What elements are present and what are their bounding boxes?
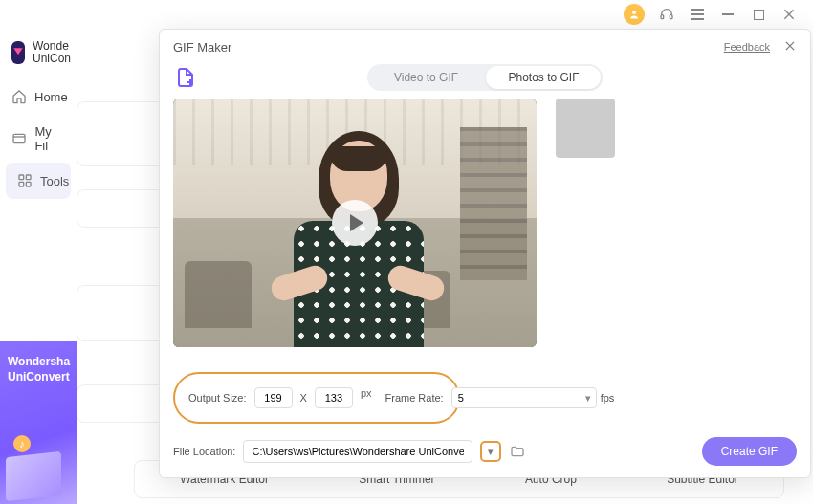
window-minimize-button[interactable]	[719, 6, 736, 23]
app-logo-row: WondeUniCon	[0, 34, 77, 78]
app-body: WondeUniCon Home My Fil Tools WondershaU…	[0, 29, 813, 504]
svg-rect-4	[19, 175, 24, 180]
svg-rect-1	[661, 15, 664, 19]
tools-icon	[17, 172, 33, 189]
svg-rect-2	[670, 15, 672, 19]
app-logo-icon	[11, 41, 25, 64]
svg-point-0	[632, 11, 636, 14]
tab-video-to-gif[interactable]: Video to GIF	[367, 64, 485, 91]
sidebar: WondeUniCon Home My Fil Tools WondershaU…	[0, 29, 77, 504]
output-width-input[interactable]	[254, 387, 293, 408]
tab-photos-to-gif[interactable]: Photos to GIF	[485, 64, 603, 91]
main-area: use video ke your out. D video for verte…	[77, 29, 813, 504]
window-close-button[interactable]	[780, 6, 798, 23]
file-location-input[interactable]	[243, 440, 472, 463]
modal-bottom-row: File Location: ▾ Create GIF	[160, 424, 810, 477]
modal-toolbar-row: Video to GIF Photos to GIF	[160, 64, 810, 99]
thumbnail-item[interactable]	[556, 99, 615, 158]
play-button[interactable]	[332, 200, 378, 246]
mode-segmented-control: Video to GIF Photos to GIF	[367, 64, 603, 91]
window-titlebar	[0, 0, 813, 29]
modal-content-row	[160, 99, 810, 366]
file-location-label: File Location:	[173, 446, 235, 457]
output-size-label: Output Size:	[188, 392, 247, 404]
modal-close-button[interactable]	[783, 39, 797, 55]
music-note-icon: ♪	[13, 435, 31, 452]
gif-maker-modal: GIF Maker Feedback Video to GIF Photos t…	[159, 29, 811, 478]
home-icon	[11, 88, 27, 105]
media-preview	[173, 99, 537, 347]
size-unit[interactable]: px	[361, 387, 372, 408]
output-settings-highlighted: Output Size: X px Frame Rate: ▾ fps	[173, 372, 460, 424]
sidebar-item-home[interactable]: Home	[0, 78, 77, 115]
modal-title: GIF Maker	[173, 40, 231, 55]
size-separator: X	[300, 392, 307, 404]
file-location-dropdown[interactable]: ▾	[480, 441, 501, 462]
frame-rate-label: Frame Rate:	[385, 392, 444, 404]
sidebar-item-label: Tools	[40, 174, 69, 188]
promo-graphic	[6, 451, 61, 501]
output-height-input[interactable]	[315, 387, 353, 408]
window-maximize-button[interactable]	[750, 6, 767, 23]
menu-hamburger-icon[interactable]	[689, 6, 706, 23]
svg-rect-6	[19, 183, 24, 187]
create-gif-button[interactable]: Create GIF	[702, 437, 797, 466]
files-icon	[11, 130, 27, 147]
feedback-link[interactable]: Feedback	[724, 41, 770, 53]
sidebar-item-label: My Fil	[34, 124, 65, 153]
open-folder-icon[interactable]	[509, 443, 526, 460]
sidebar-item-tools[interactable]: Tools	[6, 163, 71, 199]
add-file-button[interactable]	[173, 65, 198, 90]
frame-rate-select[interactable]	[451, 387, 597, 408]
promo-text: WondershaUniConvert	[8, 355, 69, 384]
user-avatar-icon[interactable]	[624, 4, 645, 25]
promo-panel[interactable]: WondershaUniConvert ♪	[0, 341, 77, 504]
support-headset-icon[interactable]	[658, 6, 675, 23]
app-name: WondeUniCon	[33, 40, 71, 65]
svg-rect-7	[26, 183, 31, 187]
svg-rect-3	[13, 135, 25, 143]
svg-rect-5	[26, 175, 31, 180]
sidebar-item-label: Home	[34, 90, 68, 104]
fps-unit: fps	[601, 392, 615, 404]
modal-header: GIF Maker Feedback	[160, 30, 810, 64]
thumbnail-list	[556, 99, 797, 366]
sidebar-item-my-files[interactable]: My Fil	[0, 115, 77, 163]
